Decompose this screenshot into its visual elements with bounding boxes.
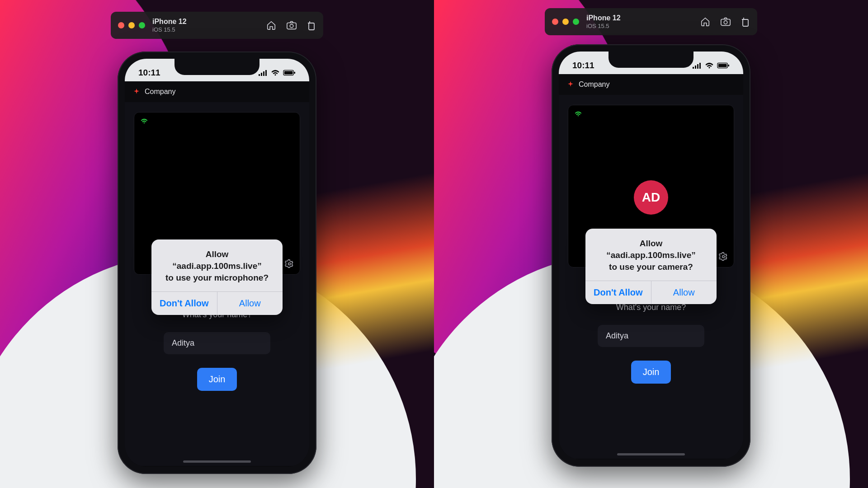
ios-permission-alert: Allow “aadi.app.100ms.live” to use your …: [585, 229, 717, 304]
svg-rect-4: [261, 73, 262, 76]
alert-message: Allow “aadi.app.100ms.live” to use your …: [585, 229, 717, 281]
settings-icon[interactable]: [718, 252, 728, 262]
iphone-frame: 10:11 Company: [118, 52, 316, 474]
panel-left: iPhone 12 iOS 15.5 10:11: [0, 0, 434, 488]
sim-device-name: iPhone 12: [586, 14, 693, 23]
company-name: Company: [145, 88, 175, 96]
wifi-icon: [705, 62, 714, 69]
app-header: Company: [559, 74, 743, 95]
company-logo-icon: [567, 81, 574, 88]
settings-icon[interactable]: [284, 259, 294, 269]
svg-rect-22: [728, 65, 729, 67]
svg-rect-19: [699, 63, 701, 69]
sim-os-version: iOS 15.5: [152, 26, 259, 33]
svg-rect-16: [693, 67, 694, 69]
svg-rect-6: [265, 70, 267, 76]
iphone-frame: 10:11 Company: [552, 44, 750, 467]
join-button[interactable]: Join: [197, 368, 237, 391]
svg-point-12: [288, 263, 291, 265]
home-icon[interactable]: [266, 20, 276, 30]
home-indicator[interactable]: [183, 460, 251, 463]
svg-rect-21: [718, 64, 727, 67]
simulator-titlebar: iPhone 12 iOS 15.5: [111, 12, 323, 39]
svg-rect-9: [294, 72, 295, 74]
svg-rect-8: [284, 71, 293, 75]
cellular-icon: [259, 70, 268, 76]
battery-icon: [717, 62, 730, 69]
name-input[interactable]: [164, 332, 270, 354]
network-quality-icon: [575, 111, 582, 117]
close-dot[interactable]: [118, 22, 124, 28]
simulator-titlebar: iPhone 12 iOS 15.5: [545, 8, 757, 35]
company-name: Company: [579, 80, 609, 89]
sim-os-version: iOS 15.5: [586, 23, 693, 30]
alert-deny-button[interactable]: Don't Allow: [151, 292, 217, 315]
notch: [175, 59, 259, 75]
cellular-icon: [693, 62, 702, 69]
screenshot-icon[interactable]: [286, 20, 297, 30]
svg-rect-13: [721, 19, 730, 26]
window-traffic-lights: [118, 22, 145, 28]
home-indicator[interactable]: [617, 453, 685, 455]
zoom-dot[interactable]: [139, 22, 145, 28]
svg-rect-3: [259, 74, 260, 76]
name-input[interactable]: [598, 325, 704, 347]
battery-icon: [283, 70, 296, 76]
sim-device-name: iPhone 12: [152, 17, 259, 26]
company-logo-icon: [133, 88, 140, 95]
zoom-dot[interactable]: [573, 19, 579, 25]
join-button[interactable]: Join: [631, 361, 671, 384]
svg-point-25: [722, 256, 725, 258]
close-dot[interactable]: [552, 19, 558, 25]
home-icon[interactable]: [700, 17, 710, 27]
rotate-icon[interactable]: [741, 17, 750, 27]
screenshot-icon[interactable]: [720, 17, 731, 27]
avatar: AD: [634, 180, 668, 215]
status-time: 10:11: [138, 68, 160, 78]
svg-rect-18: [697, 64, 698, 69]
minimize-dot[interactable]: [562, 19, 569, 25]
app-header: Company: [125, 81, 309, 102]
svg-rect-5: [263, 71, 264, 76]
svg-rect-0: [287, 23, 296, 29]
alert-message: Allow “aadi.app.100ms.live” to use your …: [151, 239, 283, 291]
window-traffic-lights: [552, 19, 579, 25]
ios-permission-alert: Allow “aadi.app.100ms.live” to use your …: [151, 239, 283, 315]
minimize-dot[interactable]: [128, 22, 135, 28]
panel-right: iPhone 12 iOS 15.5 10:11: [434, 0, 868, 488]
svg-rect-17: [695, 66, 696, 69]
status-time: 10:11: [572, 61, 594, 70]
rotate-icon[interactable]: [307, 20, 316, 30]
svg-rect-2: [309, 23, 314, 30]
network-quality-icon: [141, 118, 148, 124]
name-prompt: What's your name?: [616, 303, 686, 312]
alert-allow-button[interactable]: Allow: [651, 281, 717, 304]
svg-point-1: [290, 24, 293, 28]
notch: [609, 52, 693, 68]
alert-allow-button[interactable]: Allow: [217, 292, 283, 315]
svg-point-14: [724, 21, 727, 24]
alert-deny-button[interactable]: Don't Allow: [585, 281, 651, 304]
svg-rect-15: [743, 19, 748, 26]
wifi-icon: [271, 70, 280, 76]
